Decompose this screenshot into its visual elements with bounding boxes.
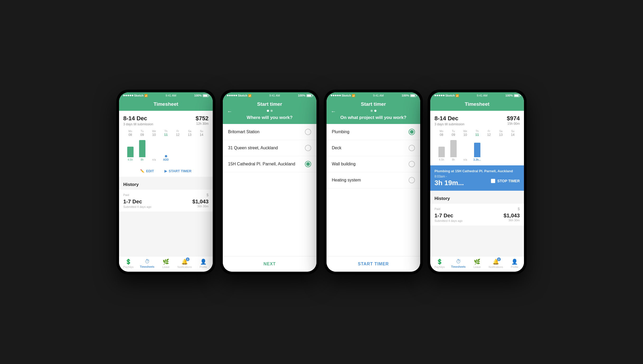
timer-bottom: 8:03am - 3h 19m... STOP TIMER <box>434 175 520 187</box>
battery-icon-4 <box>514 94 520 97</box>
phone-4: Sketch 📶 9:41 AM 100% Timesheet 8-14 Dec <box>428 90 527 274</box>
tab-leave-1[interactable]: 🌿 Leave <box>157 258 175 269</box>
location-item-3[interactable]: 15H Cathedral Pl. Parnell, Auckland <box>223 156 316 172</box>
content-3: Plumbing Deck Wall building Heating syst… <box>327 124 420 256</box>
bar4-mo <box>438 147 445 157</box>
battery-label-1: 100% <box>194 94 202 97</box>
location-item-1[interactable]: Britomart Station <box>223 124 316 140</box>
next-button[interactable]: NEXT <box>263 262 276 266</box>
status-bar-1: Sketch 📶 9:41 AM 100% <box>119 92 213 99</box>
leave-icon-1: 🌿 <box>163 258 169 265</box>
radio-project-3 <box>409 161 415 167</box>
bottom-action-3: START TIMER <box>327 256 420 272</box>
timesheets-icon-1: ⏱ <box>145 258 150 265</box>
history-title-1: History <box>119 179 213 189</box>
phone-1: Sketch 📶 9:41 AM 100% Timesheet 8-14 <box>116 90 215 274</box>
title-2: Start timer <box>227 101 312 107</box>
radio-circle-2 <box>305 145 311 151</box>
week-amount-1: $752 <box>196 115 209 122</box>
week-sub-1: 3 days till submission <box>123 122 153 126</box>
tab-bar-4: 💲 PaySlips ⏱ Timesheets 🌿 Leave 🔔 2 N <box>430 256 524 272</box>
payslips-icon-1: 💲 <box>125 258 132 265</box>
stop-icon <box>491 179 495 183</box>
bar-tu <box>139 140 145 157</box>
dot-2 <box>271 110 273 112</box>
edit-button-1[interactable]: ✏️ EDIT <box>140 169 154 173</box>
battery-icon-1 <box>203 94 209 97</box>
action-row-1: ✏️ EDIT ▶ START TIMER <box>119 165 213 177</box>
badge-4: 2 <box>497 257 501 261</box>
tab-notifications-1[interactable]: 🔔 1 Notifications <box>175 258 194 269</box>
project-item-3[interactable]: Wall building <box>327 156 420 172</box>
status-bar-2: Sketch 📶 9:41 AM 100% <box>223 92 316 99</box>
chart-labels-1: 4.5h 8h n/a ADD <box>123 157 209 161</box>
elapsed-time: 3h 19m... <box>434 179 464 187</box>
active-project: Plumbing <box>434 169 450 173</box>
header-3: ← Start timer On what project will you w… <box>327 99 420 124</box>
tab-profile-4[interactable]: 👤 Profile <box>505 258 524 269</box>
battery-icon-3 <box>410 94 416 97</box>
radio-circle-1 <box>305 129 311 135</box>
stop-timer-button[interactable]: STOP TIMER <box>491 179 520 183</box>
phone-2: Sketch 📶 9:41 AM 100% ← Start timer Wher… <box>220 90 319 274</box>
status-bar-3: Sketch 📶 9:41 AM 100% <box>327 92 420 99</box>
chart-1 <box>123 139 209 157</box>
leave-icon-4: 🌿 <box>474 258 480 265</box>
carrier-3: Sketch <box>342 94 351 97</box>
play-icon-1: ▶ <box>164 169 167 173</box>
dot-3-1 <box>371 110 373 112</box>
radio-project-4 <box>409 177 415 183</box>
history-date-4: 1-7 Dec <box>434 213 462 219</box>
phone-3: Sketch 📶 9:41 AM 100% ← Start timer On w… <box>324 90 423 274</box>
bar4-th <box>474 143 480 157</box>
dot-1-active <box>267 110 269 112</box>
bar-th <box>165 155 167 157</box>
status-bar-4: Sketch 📶 9:41 AM 100% <box>430 92 524 99</box>
content-1: 8-14 Dec 3 days till submission $752 12h… <box>119 111 213 256</box>
tab-leave-4[interactable]: 🌿 Leave <box>468 258 486 269</box>
timesheets-icon-4: ⏱ <box>456 258 461 265</box>
tab-timesheets-4[interactable]: ⏱ Timesheets <box>449 258 468 269</box>
days-header-4: Mo08 Tu09 We10 Th11 Fr12 Sa13 Su14 <box>434 130 520 137</box>
history-card-1: Paid $ 1-7 Dec Submitted 4 days ago $1,0… <box>119 190 213 212</box>
project-item-4[interactable]: Heating system <box>327 172 420 188</box>
tab-profile-1[interactable]: 👤 Profile <box>194 258 213 269</box>
carrier-2: Sketch <box>238 94 247 97</box>
header-1: Timesheet <box>119 99 213 111</box>
radio-project-1 <box>409 129 415 135</box>
timer-time: 8:03am - 3h 19m... <box>434 175 464 187</box>
tab-bar-1: 💲 PaySlips ⏱ Timesheets 🌿 Leave 🔔 1 N <box>119 256 213 272</box>
tab-notifications-4[interactable]: 🔔 2 Notifications <box>486 258 505 269</box>
start-timer-button-1[interactable]: ▶ START TIMER <box>164 169 191 173</box>
tab-timesheets-1[interactable]: ⏱ Timesheets <box>138 258 157 269</box>
time-1: 9:41 AM <box>166 94 176 97</box>
project-list: Plumbing Deck Wall building Heating syst… <box>327 124 420 188</box>
title-1: Timesheet <box>123 101 209 107</box>
tab-payslips-1[interactable]: 💲 PaySlips <box>119 258 138 269</box>
profile-icon-4: 👤 <box>511 258 518 265</box>
time-3: 9:41 AM <box>373 94 384 97</box>
carrier-4: Sketch <box>445 94 455 97</box>
week-date-4: 8-14 Dec <box>434 115 464 122</box>
bar-mo <box>127 147 134 157</box>
dollar-icon-1: $ <box>206 193 209 197</box>
back-button-2[interactable]: ← <box>227 108 232 114</box>
edit-icon-1: ✏️ <box>140 169 144 173</box>
back-button-3[interactable]: ← <box>331 108 336 114</box>
wifi-icon-1: 📶 <box>144 94 148 97</box>
project-item-2[interactable]: Deck <box>327 140 420 156</box>
location-item-2[interactable]: 31 Queen street, Auckland <box>223 140 316 156</box>
history-amount-4: $1,043 <box>504 213 520 219</box>
chart-4 <box>434 139 520 157</box>
days-header-1: Mo08 Tu09 We10 Th11 Fr12 Sa13 Su14 <box>123 130 209 137</box>
header-2: ← Start timer Where will you work? <box>223 99 316 124</box>
tab-payslips-4[interactable]: 💲 PaySlips <box>430 258 449 269</box>
start-timer-button-3[interactable]: START TIMER <box>358 262 389 266</box>
title-3: Start timer <box>331 101 416 107</box>
history-title-4: History <box>430 193 524 203</box>
project-item-1[interactable]: Plumbing <box>327 124 420 140</box>
history-date-1: 1-7 Dec <box>123 199 151 205</box>
time-4: 9:41 AM <box>477 94 487 97</box>
time-2: 9:41 AM <box>269 94 280 97</box>
chart-labels-4: 4.5h 8h n/a 3.3h... <box>434 157 520 161</box>
